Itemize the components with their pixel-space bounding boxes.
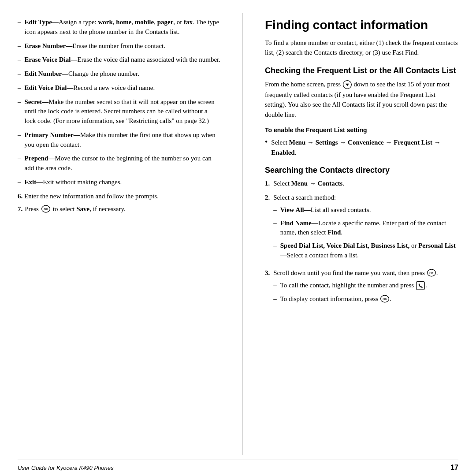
item-content: Erase Voice Dial—Erase the voice dial na…: [25, 55, 221, 65]
step-6-text: Enter the new information and follow the…: [24, 193, 159, 200]
method-text: Speed Dial List, Voice Dial List, Busine…: [280, 241, 458, 260]
item-content: Edit Voice Dial—Record a new voice dial …: [25, 83, 221, 93]
method-text: View All—List all saved contacts.: [280, 205, 371, 215]
method-view-all: – View All—List all saved contacts.: [273, 205, 458, 215]
footer-left: User Guide for Kyocera K490 Phones: [18, 465, 114, 471]
step-num: 1.: [265, 179, 270, 189]
main-title: Finding contact information: [265, 18, 458, 33]
footer-page-number: 17: [450, 464, 458, 472]
step-2: 2. Select a search method: – View All—Li…: [265, 193, 458, 264]
item-content: Exit—Exit without making changes.: [25, 178, 221, 187]
dash: –: [18, 69, 21, 79]
dash: –: [18, 55, 21, 65]
step-6-num: 6.: [18, 193, 22, 200]
dash: –: [273, 294, 277, 305]
enable-text: Select Menu → Settings → Convenience → F…: [271, 138, 458, 157]
item-content: Edit Type—Assign a type: work, home, mob…: [25, 18, 221, 37]
dash: –: [273, 281, 277, 291]
step3-sub: – To call the contact, highlight the num…: [273, 281, 438, 304]
subsection1-body: From the home screen, press down to see …: [265, 79, 458, 119]
dash: –: [18, 97, 21, 126]
content-area: – Edit Type—Assign a type: work, home, m…: [18, 13, 458, 455]
term: Edit Type—: [25, 19, 59, 26]
page: – Edit Type—Assign a type: work, home, m…: [0, 0, 476, 476]
term: Exit—: [25, 178, 43, 186]
term: Edit Voice Dial—: [25, 84, 74, 91]
search-steps: 1. Select Menu → Contacts. 2. Select a s…: [265, 179, 458, 308]
svg-text:OK: OK: [429, 271, 434, 275]
step-text: Select a search method: – View All—List …: [273, 193, 458, 264]
options-list: – Edit Type—Assign a type: work, home, m…: [18, 18, 220, 187]
dash: –: [18, 130, 21, 150]
sub-text: To call the contact, highlight the numbe…: [280, 281, 427, 291]
svg-text:OK: OK: [383, 298, 387, 301]
list-item-erase-number: – Erase Number—Erase the number from the…: [18, 41, 220, 51]
step-text: Scroll down until you find the name you …: [273, 268, 438, 308]
ok-button-icon: OK: [41, 204, 51, 214]
ok-icon-display: OK: [380, 294, 390, 304]
list-item-prepend: – Prepend—Move the cursor to the beginni…: [18, 154, 220, 173]
step-7-press: Press: [25, 205, 39, 213]
svg-marker-3: [346, 83, 349, 86]
sub-call: – To call the contact, highlight the num…: [273, 281, 438, 291]
dash: –: [273, 219, 277, 238]
item-content: Primary Number—Make this number the firs…: [25, 130, 221, 150]
method-speed-dial: – Speed Dial List, Voice Dial List, Busi…: [273, 241, 458, 260]
method-text: Find Name—Locate a specific name. Enter …: [280, 219, 458, 238]
dash: –: [18, 154, 21, 173]
search-methods: – View All—List all saved contacts. – Fi…: [273, 205, 458, 260]
item-content: Secret—Make the number secret so that it…: [25, 97, 221, 126]
footer: User Guide for Kyocera K490 Phones 17: [18, 460, 458, 476]
subsection1-title: Checking the Frequent List or the All Co…: [265, 66, 458, 76]
term: Erase Number—: [25, 42, 73, 49]
bullet-dot: •: [265, 138, 268, 157]
sub-text: To display contact information, press OK…: [280, 294, 391, 305]
step-7: 7. Press OK to select Save, if necessary…: [18, 205, 220, 214]
step-3: 3. Scroll down until you find the name y…: [265, 268, 458, 308]
list-item-primary-number: – Primary Number—Make this number the fi…: [18, 130, 220, 150]
list-item-edit-type: – Edit Type—Assign a type: work, home, m…: [18, 18, 220, 37]
step-7-num: 7.: [18, 205, 22, 213]
nav-down-icon: [342, 80, 352, 89]
list-item-erase-voice-dial: – Erase Voice Dial—Erase the voice dial …: [18, 55, 220, 65]
method-find-name: – Find Name—Locate a specific name. Ente…: [273, 219, 458, 238]
subsection2-title: Searching the Contacts directory: [265, 165, 458, 175]
enable-list: • Select Menu → Settings → Convenience →…: [265, 138, 458, 157]
step-6: 6. Enter the new information and follow …: [18, 193, 220, 200]
term: Primary Number—: [25, 131, 80, 138]
svg-rect-6: [416, 281, 425, 290]
dash: –: [18, 178, 21, 187]
step-1: 1. Select Menu → Contacts.: [265, 179, 458, 189]
dash: –: [18, 83, 21, 93]
step-7-to-select: to select Save, if necessary.: [53, 205, 126, 213]
dash: –: [18, 41, 21, 51]
list-item-secret: – Secret—Make the number secret so that …: [18, 97, 220, 126]
term: Secret—: [25, 98, 49, 105]
step-text: Select Menu → Contacts.: [273, 179, 344, 189]
enable-bullet: • Select Menu → Settings → Convenience →…: [265, 138, 458, 157]
list-item-edit-number: – Edit Number—Change the phone number.: [18, 69, 220, 79]
dash: –: [273, 241, 277, 260]
left-column: – Edit Type—Assign a type: work, home, m…: [18, 13, 220, 455]
sub-display: – To display contact information, press …: [273, 294, 438, 305]
column-divider: [242, 13, 243, 455]
list-item-exit: – Exit—Exit without making changes.: [18, 178, 220, 187]
term: Edit Number—: [25, 70, 69, 77]
ok-icon-step3: OK: [427, 268, 436, 278]
term: Erase Voice Dial—: [25, 56, 78, 63]
svg-text:OK: OK: [44, 208, 48, 211]
step-num: 3.: [265, 268, 270, 308]
step-num: 2.: [265, 193, 270, 264]
enable-title: To enable the Frequent List setting: [265, 126, 458, 135]
dash: –: [18, 18, 21, 37]
right-column: Finding contact information To find a ph…: [265, 13, 458, 455]
item-content: Erase Number—Erase the number from the c…: [25, 41, 221, 51]
dash: –: [273, 205, 277, 215]
call-icon: [416, 281, 425, 290]
item-content: Edit Number—Change the phone number.: [25, 69, 221, 79]
intro-paragraph: To find a phone number or contact, eithe…: [265, 38, 458, 58]
item-content: Prepend—Move the cursor to the beginning…: [25, 154, 221, 173]
term: Prepend—: [25, 155, 55, 162]
list-item-edit-voice-dial: – Edit Voice Dial—Record a new voice dia…: [18, 83, 220, 93]
